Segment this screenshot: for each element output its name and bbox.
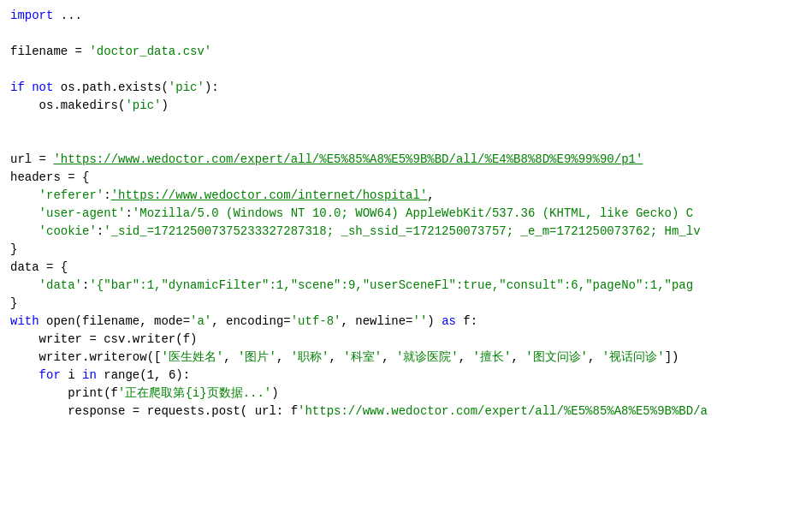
code-line [0, 115, 812, 133]
code-line: import ... [0, 7, 812, 25]
code-line: print(f'正在爬取第{i}页数据...') [0, 385, 812, 403]
code-token: 'https://www.wedoctor.com/expert/all/%E5… [53, 152, 643, 166]
code-line: 'cookie':'_sid_=172125007375233327287318… [0, 223, 812, 241]
code-token: url = [10, 152, 53, 166]
code-token: as [442, 314, 463, 328]
code-line [0, 25, 812, 43]
code-line: writer = csv.writer(f) [0, 331, 812, 349]
code-token: 'cookie' [39, 224, 97, 238]
code-token: in [82, 368, 104, 382]
code-token: , [329, 350, 344, 364]
code-token: '{"bar":1,"dynamicFilter":1,"scene":9,"u… [89, 278, 693, 292]
code-line: if not os.path.exists('pic'): [0, 79, 812, 97]
code-line: os.makedirs('pic') [0, 97, 812, 115]
code-token [10, 224, 39, 238]
code-token: '_sid_=172125007375233327287318; _sh_ssi… [104, 224, 700, 238]
code-line: writer.writerow(['医生姓名', '图片', '职称', '科室… [0, 349, 812, 367]
code-token: : [125, 206, 132, 220]
code-token: 'user-agent' [39, 206, 126, 220]
code-token: 'https://www.wedoctor.com/expert/all/%E5… [298, 404, 708, 418]
code-token: 'pic' [169, 81, 204, 94]
code-token: writer = csv.writer(f) [10, 332, 197, 346]
code-token: , [154, 368, 169, 382]
code-token: ) [161, 98, 168, 112]
code-token: writer.writerow([ [10, 350, 161, 364]
code-token: '图片' [238, 350, 276, 364]
code-line: headers = { [0, 169, 812, 187]
code-token: , [511, 350, 525, 364]
code-token: , [459, 350, 473, 364]
code-token: i [68, 368, 82, 382]
code-token: , [223, 350, 238, 364]
code-token: , newline= [341, 314, 413, 328]
code-token: open(filename, mode= [46, 314, 190, 328]
code-token [10, 278, 39, 292]
code-token: } [10, 242, 17, 256]
code-token [10, 206, 39, 220]
code-token: 'https://www.wedoctor.com/internet/hospi… [111, 188, 428, 202]
code-line: 'user-agent':'Mozilla/5.0 (Windows NT 10… [0, 205, 812, 223]
code-token: os.makedirs( [10, 98, 125, 112]
code-editor: import ... filename = 'doctor_data.csv' … [0, 0, 812, 513]
code-line: with open(filename, mode='a', encoding='… [0, 313, 812, 331]
code-line: data = { [0, 259, 812, 277]
code-token: 'a' [190, 314, 211, 328]
code-token: 1 [147, 368, 154, 382]
code-token: '图文问诊' [525, 350, 588, 364]
code-token: '擅长' [473, 350, 512, 364]
code-token: 'data' [39, 278, 82, 292]
code-token: ): [204, 81, 219, 94]
code-line: } [0, 295, 812, 313]
code-line [0, 61, 812, 79]
code-token: , [276, 350, 291, 364]
code-token: headers = { [10, 170, 89, 184]
code-token: , [427, 188, 434, 202]
code-token: } [10, 296, 17, 310]
code-token: '科室' [343, 350, 382, 364]
code-token: import [10, 9, 61, 22]
code-line: url = 'https://www.wedoctor.com/expert/a… [0, 151, 812, 169]
code-token: 'utf-8' [291, 314, 341, 328]
code-token: data = { [10, 260, 68, 274]
code-line [0, 133, 812, 151]
code-token: , [382, 350, 396, 364]
code-token: not [32, 81, 61, 94]
code-line: for i in range(1, 6): [0, 367, 812, 385]
code-token: , encoding= [211, 314, 290, 328]
code-line: 'referer':'https://www.wedoctor.com/inte… [0, 187, 812, 205]
code-token: if [10, 81, 32, 94]
code-token: '视话问诊' [602, 350, 665, 364]
code-token: ) [271, 386, 278, 400]
code-token: ): [175, 368, 190, 382]
code-line: filename = 'doctor_data.csv' [0, 43, 812, 61]
code-token: filename = [10, 45, 89, 58]
code-token: 'Mozilla/5.0 (Windows NT 10.0; WOW64) Ap… [133, 206, 693, 220]
code-token: ... [61, 9, 82, 22]
code-token: : [97, 224, 104, 238]
code-token: ]) [665, 350, 679, 364]
code-token [10, 188, 39, 202]
code-token: '职称' [291, 350, 329, 364]
code-token: with [10, 314, 46, 328]
code-token: ) [427, 314, 442, 328]
code-token: , [588, 350, 602, 364]
code-line: response = requests.post( url: f'https:/… [0, 403, 812, 421]
code-token [10, 368, 39, 382]
code-token: os.path.exists( [61, 81, 169, 94]
code-line: 'data':'{"bar":1,"dynamicFilter":1,"scen… [0, 277, 812, 295]
code-token: 'pic' [125, 98, 161, 112]
code-token: range( [104, 368, 146, 382]
code-line: } [0, 241, 812, 259]
code-token: print(f [10, 386, 118, 400]
code-token: f: [463, 314, 477, 328]
code-token: 'doctor_data.csv' [89, 45, 211, 58]
code-token: '医生姓名' [161, 350, 223, 364]
code-token: '正在爬取第{i}页数据...' [118, 386, 271, 400]
code-token: response = requests.post( url: f [10, 404, 298, 418]
code-token: 'referer' [39, 188, 104, 202]
code-token: : [104, 188, 110, 202]
code-token: for [39, 368, 68, 382]
code-token: '' [413, 314, 428, 328]
code-token: '就诊医院' [396, 350, 459, 364]
